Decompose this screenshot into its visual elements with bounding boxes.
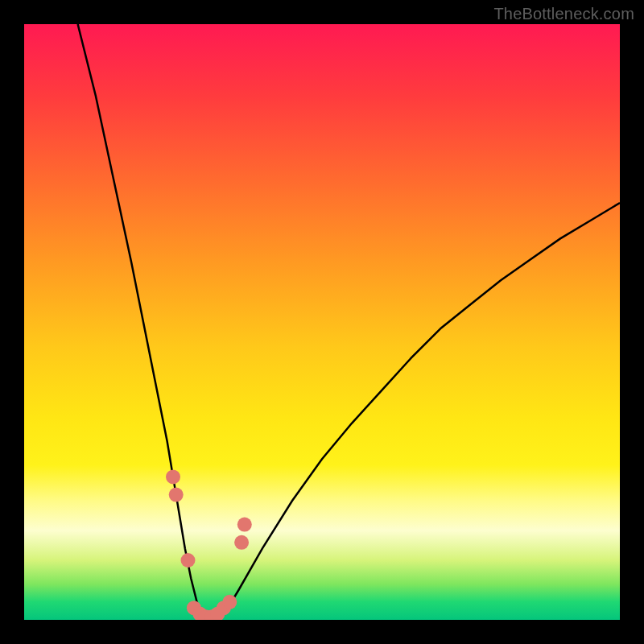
highlight-dots [166, 469, 252, 620]
highlight-dot [169, 488, 184, 502]
chart-svg [24, 24, 620, 620]
highlight-dot [181, 553, 196, 568]
highlight-dot [234, 535, 249, 550]
highlight-dot [237, 518, 252, 532]
highlight-dot [166, 469, 180, 484]
watermark-text: TheBottleneck.com [493, 5, 634, 23]
chart-stage: TheBottleneck.com [0, 0, 644, 644]
highlight-dot [222, 595, 237, 609]
bottleneck-curve [78, 24, 620, 617]
plot-area [24, 24, 620, 620]
